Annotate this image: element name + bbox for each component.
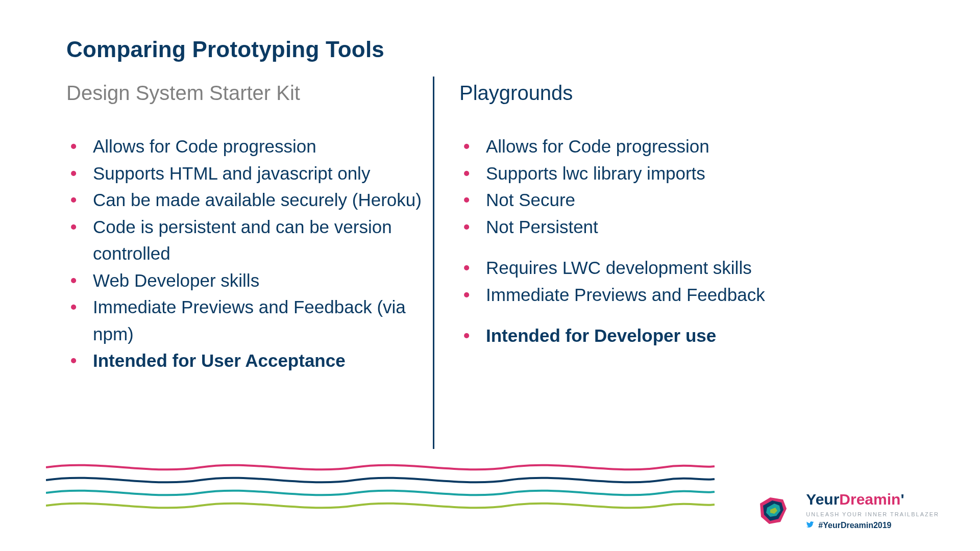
right-list-group3: Intended for Developer use (459, 322, 817, 349)
spacer (459, 240, 817, 255)
list-item: Immediate Previews and Feedback (via npm… (66, 294, 424, 347)
footer-brand: YeurDreamin' UNLEASH YOUR INNER TRAILBLA… (755, 491, 939, 531)
right-list-group1: Allows for Code progression Supports lwc… (459, 133, 817, 240)
decorative-waves (46, 457, 715, 518)
right-list-group2: Requires LWC development skills Immediat… (459, 255, 817, 308)
left-column: Design System Starter Kit Allows for Cod… (66, 82, 424, 374)
brand-name: YeurDreamin' (806, 491, 939, 508)
left-heading: Design System Starter Kit (66, 82, 424, 105)
list-item: Supports lwc library imports (459, 160, 817, 187)
spacer (459, 308, 817, 322)
slide-title: Comparing Prototyping Tools (66, 37, 384, 62)
list-item: Allows for Code progression (459, 133, 817, 160)
list-item: Not Secure (459, 187, 817, 214)
waves-svg (46, 457, 715, 518)
list-item: Web Developer skills (66, 267, 424, 294)
vertical-divider (433, 77, 434, 449)
twitter-icon (806, 520, 814, 531)
list-item: Immediate Previews and Feedback (459, 282, 817, 309)
brand-part1: Yeur (806, 491, 839, 508)
hashtag-text: #YeurDreamin2019 (818, 521, 891, 530)
brand-apostrophe: ' (900, 491, 904, 508)
slide: Comparing Prototyping Tools Design Syste… (0, 0, 980, 551)
list-item: Supports HTML and javascript only (66, 160, 424, 187)
brand-text: YeurDreamin' UNLEASH YOUR INNER TRAILBLA… (806, 491, 939, 531)
list-item: Code is persistent and can be version co… (66, 214, 424, 267)
brand-logo-icon (755, 492, 792, 529)
list-item: Allows for Code progression (66, 133, 424, 160)
brand-part2: Dreamin (839, 491, 900, 508)
list-item: Can be made available securely (Heroku) (66, 187, 424, 214)
brand-subtitle: UNLEASH YOUR INNER TRAILBLAZER (806, 511, 939, 517)
list-item: Requires LWC development skills (459, 255, 817, 282)
right-heading: Playgrounds (459, 82, 817, 105)
list-item: Intended for User Acceptance (66, 347, 424, 374)
list-item: Not Persistent (459, 214, 817, 241)
right-column: Playgrounds Allows for Code progression … (459, 82, 817, 349)
left-list: Allows for Code progression Supports HTM… (66, 133, 424, 374)
hashtag-line: #YeurDreamin2019 (806, 520, 939, 531)
list-item: Intended for Developer use (459, 322, 817, 349)
